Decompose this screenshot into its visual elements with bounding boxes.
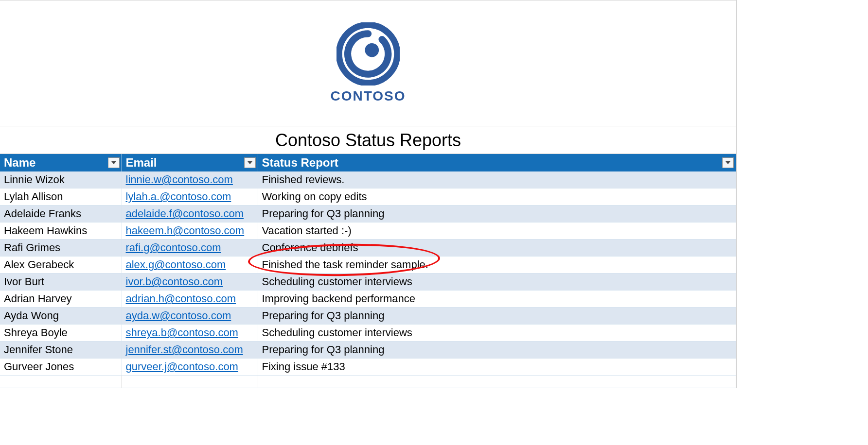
cell-status[interactable]: Vacation started :-): [258, 222, 736, 240]
email-link[interactable]: gurveer.j@contoso.com: [126, 360, 238, 373]
svg-point-1: [365, 43, 379, 57]
cell-status[interactable]: Preparing for Q3 planning: [258, 308, 736, 325]
filter-button-name[interactable]: [108, 157, 120, 168]
cell-name[interactable]: Ivor Burt: [0, 274, 122, 291]
column-header-status[interactable]: Status Report: [258, 154, 736, 171]
cell-email[interactable]: jennifer.st@contoso.com: [122, 342, 258, 359]
cell-email[interactable]: hakeem.h@contoso.com: [122, 222, 258, 240]
cell-status[interactable]: Scheduling customer interviews: [258, 274, 736, 291]
table-row[interactable]: Linnie Wizok linnie.w@contoso.com Finish…: [0, 171, 736, 188]
email-link[interactable]: adelaide.f@contoso.com: [126, 207, 244, 220]
column-header-email[interactable]: Email: [122, 154, 258, 171]
table-body: Linnie Wizok linnie.w@contoso.com Finish…: [0, 171, 736, 388]
cell-name[interactable]: Alex Gerabeck: [0, 257, 122, 274]
cell-status[interactable]: Preparing for Q3 planning: [258, 342, 736, 359]
column-header-status-label: Status Report: [262, 156, 338, 169]
table-row[interactable]: Alex Gerabeck alex.g@contoso.com Finishe…: [0, 257, 736, 274]
cell-status[interactable]: Working on copy edits: [258, 188, 736, 205]
page-title: Contoso Status Reports: [0, 126, 736, 154]
empty-cell[interactable]: [0, 376, 122, 388]
email-link[interactable]: rafi.g@contoso.com: [126, 241, 221, 254]
cell-name[interactable]: Gurveer Jones: [0, 359, 122, 376]
empty-cell[interactable]: [258, 376, 736, 388]
cell-name[interactable]: Hakeem Hawkins: [0, 222, 122, 240]
cell-name[interactable]: Adelaide Franks: [0, 205, 122, 222]
cell-name[interactable]: Lylah Allison: [0, 188, 122, 205]
cell-status[interactable]: Fixing issue #133: [258, 359, 736, 376]
table-row[interactable]: Gurveer Jones gurveer.j@contoso.com Fixi…: [0, 359, 736, 376]
brand-logo: CONTOSO: [330, 22, 406, 104]
email-link[interactable]: ayda.w@contoso.com: [126, 309, 231, 322]
cell-email[interactable]: rafi.g@contoso.com: [122, 240, 258, 257]
cell-email[interactable]: lylah.a.@contoso.com: [122, 188, 258, 205]
table-row[interactable]: Ivor Burt ivor.b@contoso.com Scheduling …: [0, 274, 736, 291]
spreadsheet-canvas: CONTOSO Contoso Status Reports Name Emai…: [0, 0, 737, 388]
cell-email[interactable]: adrian.h@contoso.com: [122, 291, 258, 308]
empty-row[interactable]: [0, 376, 736, 388]
cell-name[interactable]: Jennifer Stone: [0, 342, 122, 359]
filter-button-email[interactable]: [244, 157, 256, 168]
column-header-name-label: Name: [4, 156, 35, 169]
email-link[interactable]: adrian.h@contoso.com: [126, 292, 236, 305]
chevron-down-icon: [726, 161, 730, 164]
table-row[interactable]: Lylah Allison lylah.a.@contoso.com Worki…: [0, 188, 736, 205]
cell-name[interactable]: Ayda Wong: [0, 308, 122, 325]
table-row[interactable]: Rafi Grimes rafi.g@contoso.com Conferenc…: [0, 240, 736, 257]
cell-status[interactable]: Preparing for Q3 planning: [258, 205, 736, 222]
cell-email[interactable]: linnie.w@contoso.com: [122, 171, 258, 188]
email-link[interactable]: alex.g@contoso.com: [126, 258, 226, 271]
column-header-name[interactable]: Name: [0, 154, 122, 171]
status-table: Name Email Status Report: [0, 154, 736, 388]
email-link[interactable]: jennifer.st@contoso.com: [126, 343, 243, 356]
table-row[interactable]: Shreya Boyle shreya.b@contoso.com Schedu…: [0, 325, 736, 342]
column-header-email-label: Email: [126, 156, 157, 169]
cell-status[interactable]: Improving backend performance: [258, 291, 736, 308]
cell-email[interactable]: ivor.b@contoso.com: [122, 274, 258, 291]
email-link[interactable]: linnie.w@contoso.com: [126, 173, 233, 186]
cell-email[interactable]: alex.g@contoso.com: [122, 257, 258, 274]
cell-name[interactable]: Linnie Wizok: [0, 171, 122, 188]
table-row[interactable]: Jennifer Stone jennifer.st@contoso.com P…: [0, 342, 736, 359]
cell-status[interactable]: Finished the task reminder sample.: [258, 257, 736, 274]
email-link[interactable]: hakeem.h@contoso.com: [126, 224, 245, 237]
chevron-down-icon: [248, 161, 252, 164]
email-link[interactable]: ivor.b@contoso.com: [126, 275, 223, 288]
cell-status[interactable]: Finished reviews.: [258, 171, 736, 188]
table-row[interactable]: Ayda Wong ayda.w@contoso.com Preparing f…: [0, 308, 736, 325]
cell-email[interactable]: ayda.w@contoso.com: [122, 308, 258, 325]
chevron-down-icon: [111, 161, 116, 164]
cell-email[interactable]: adelaide.f@contoso.com: [122, 205, 258, 222]
cell-email[interactable]: shreya.b@contoso.com: [122, 325, 258, 342]
table-row[interactable]: Adelaide Franks adelaide.f@contoso.com P…: [0, 205, 736, 222]
brand-name: CONTOSO: [330, 88, 406, 104]
cell-email[interactable]: gurveer.j@contoso.com: [122, 359, 258, 376]
email-link[interactable]: shreya.b@contoso.com: [126, 326, 238, 339]
cell-status[interactable]: Conference debriefs: [258, 240, 736, 257]
cell-status[interactable]: Scheduling customer interviews: [258, 325, 736, 342]
cell-name[interactable]: Rafi Grimes: [0, 240, 122, 257]
email-link[interactable]: lylah.a.@contoso.com: [126, 190, 231, 203]
table-row[interactable]: Hakeem Hawkins hakeem.h@contoso.com Vaca…: [0, 222, 736, 240]
logo-area: CONTOSO: [0, 0, 736, 126]
cell-name[interactable]: Shreya Boyle: [0, 325, 122, 342]
table-header-row: Name Email Status Report: [0, 154, 736, 171]
filter-button-status[interactable]: [722, 157, 734, 168]
table-row[interactable]: Adrian Harvey adrian.h@contoso.com Impro…: [0, 291, 736, 308]
contoso-logo-icon: [337, 22, 400, 86]
cell-name[interactable]: Adrian Harvey: [0, 291, 122, 308]
empty-cell[interactable]: [122, 376, 258, 388]
